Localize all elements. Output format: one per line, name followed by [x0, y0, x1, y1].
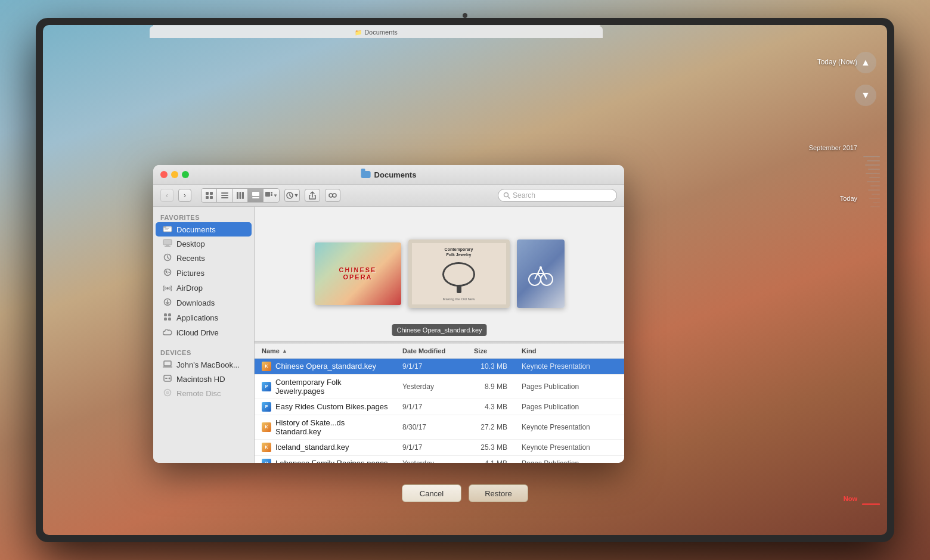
bikes-preview[interactable] — [517, 239, 565, 308]
table-row[interactable]: K History of Skate...ds Standard.key 8/3… — [255, 415, 624, 440]
jewelry-title: ContemporaryFolk Jewelry — [445, 247, 473, 257]
svg-rect-23 — [165, 229, 168, 230]
jewelry-subtitle: Making the Old New — [442, 297, 475, 301]
svg-rect-11 — [252, 197, 259, 198]
header-name[interactable]: Name ▲ — [255, 344, 398, 358]
file-name: P Contemporary Folk Jewelry.pages — [255, 375, 398, 399]
jewelry-preview[interactable]: ContemporaryFolk Jewelry Making the Old … — [408, 239, 510, 308]
necklace — [442, 262, 475, 287]
svg-rect-12 — [265, 192, 270, 197]
sidebar-item-desktop[interactable]: Desktop — [156, 237, 252, 251]
toolbar: ‹ › — [153, 185, 624, 207]
sidebar-item-pictures[interactable]: Pictures — [156, 266, 252, 281]
file-date: Yesterday — [398, 379, 469, 394]
svg-point-45 — [540, 266, 542, 269]
folder-icon — [361, 171, 371, 178]
sidebar-item-macintosh-hd[interactable]: Macintosh HD — [156, 372, 252, 386]
sidebar-item-recents[interactable]: Recents — [156, 251, 252, 266]
sidebar-item-icloud[interactable]: iCloud Drive — [156, 325, 252, 340]
sidebar-item-documents[interactable]: Documents — [156, 222, 252, 237]
view-column-button[interactable] — [232, 189, 248, 202]
minimize-button[interactable] — [171, 171, 178, 178]
keynote-file-icon: K — [262, 422, 271, 432]
tm-up-icon: ▲ — [861, 57, 870, 68]
sidebar-item-downloads[interactable]: Downloads — [156, 295, 252, 310]
close-button[interactable] — [160, 171, 168, 178]
stack-window-2: 📁 Documents — [150, 26, 603, 38]
macbook-icon — [163, 360, 172, 369]
svg-point-38 — [169, 378, 170, 379]
svg-rect-6 — [221, 197, 228, 198]
window-title: Documents — [374, 170, 417, 179]
traffic-lights — [160, 171, 189, 178]
back-button[interactable]: ‹ — [160, 189, 173, 202]
sidebar-item-macbook[interactable]: John's MacBook... — [156, 357, 252, 372]
bikes-bg — [517, 239, 565, 308]
svg-rect-33 — [168, 313, 171, 316]
svg-rect-24 — [163, 239, 172, 245]
opera-preview[interactable]: CHINESE OPERA — [315, 242, 401, 305]
pages-file-icon: P — [262, 382, 271, 391]
svg-rect-0 — [206, 192, 209, 195]
sidebar-item-airdrop[interactable]: AirDrop — [156, 281, 252, 295]
svg-rect-5 — [221, 195, 228, 196]
restore-button[interactable]: Restore — [469, 484, 528, 502]
maximize-button[interactable] — [182, 171, 189, 178]
file-date: 9/1/17 — [398, 440, 469, 455]
svg-rect-35 — [168, 318, 171, 321]
svg-point-30 — [166, 287, 169, 290]
pendant — [457, 285, 461, 293]
svg-point-28 — [165, 269, 171, 276]
header-kind[interactable]: Kind — [517, 344, 624, 358]
table-row[interactable]: P Easy Rides Custom Bikes.pages 9/1/17 4… — [255, 399, 624, 415]
file-kind: Keynote Presentation — [517, 440, 624, 455]
view-list-button[interactable] — [217, 189, 232, 202]
tm-down-button[interactable]: ▼ — [855, 85, 876, 106]
opera-content: CHINESE OPERA — [339, 266, 377, 281]
svg-rect-2 — [206, 196, 209, 199]
forward-button[interactable]: › — [178, 189, 191, 202]
file-name: K Iceland_standard.key — [255, 440, 398, 455]
downloads-icon — [163, 298, 172, 308]
svg-rect-21 — [163, 226, 166, 228]
view-coverflow-button[interactable] — [248, 189, 264, 202]
file-size: 25.3 MB — [469, 440, 517, 455]
table-row[interactable]: P Contemporary Folk Jewelry.pages Yester… — [255, 375, 624, 399]
svg-rect-32 — [164, 313, 167, 316]
file-size: 8.9 MB — [469, 379, 517, 394]
search-placeholder: Search — [513, 191, 535, 200]
header-size[interactable]: Size — [469, 344, 517, 358]
svg-point-42 — [167, 392, 168, 393]
search-box[interactable]: Search — [498, 189, 617, 202]
sidebar-item-remote-disc[interactable]: Remote Disc — [156, 386, 252, 401]
share-button[interactable] — [305, 189, 320, 202]
svg-rect-26 — [165, 246, 170, 247]
action-button[interactable]: ▼ — [284, 189, 300, 202]
sidebar-item-applications[interactable]: Applications — [156, 310, 252, 325]
tag-button[interactable] — [325, 189, 340, 202]
file-size: 4.3 MB — [469, 400, 517, 414]
file-date: 9/1/17 — [398, 400, 469, 414]
view-icon-button[interactable] — [202, 189, 217, 202]
sidebar-airdrop-label: AirDrop — [176, 284, 203, 293]
table-row[interactable]: P Lebanese Family Recipes.pages Yesterda… — [255, 456, 624, 463]
table-row[interactable]: K Chinese Opera_standard.key 9/1/17 10.3… — [255, 359, 624, 375]
svg-point-16 — [329, 194, 333, 197]
header-date[interactable]: Date Modified — [398, 344, 469, 358]
camera-dot — [463, 13, 467, 18]
svg-rect-10 — [252, 192, 259, 196]
file-name-text: Lebanese Family Recipes.pages — [275, 459, 388, 463]
svg-rect-13 — [271, 192, 272, 194]
file-kind: Pages Publication — [517, 379, 624, 394]
file-name-text: Contemporary Folk Jewelry.pages — [275, 378, 390, 396]
table-row[interactable]: K Iceland_standard.key 9/1/17 25.3 MB Ke… — [255, 440, 624, 456]
cancel-button[interactable]: Cancel — [402, 484, 461, 502]
sidebar-recents-label: Recents — [176, 254, 205, 263]
keynote-file-icon: K — [262, 443, 271, 452]
file-name-text: Iceland_standard.key — [275, 443, 349, 452]
svg-rect-8 — [239, 192, 241, 199]
view-arrange-button[interactable]: ▼ — [264, 189, 279, 202]
file-name: P Lebanese Family Recipes.pages — [255, 456, 398, 463]
tm-up-button[interactable]: ▲ — [855, 52, 876, 73]
sidebar-macbook-label: John's MacBook... — [176, 360, 240, 369]
